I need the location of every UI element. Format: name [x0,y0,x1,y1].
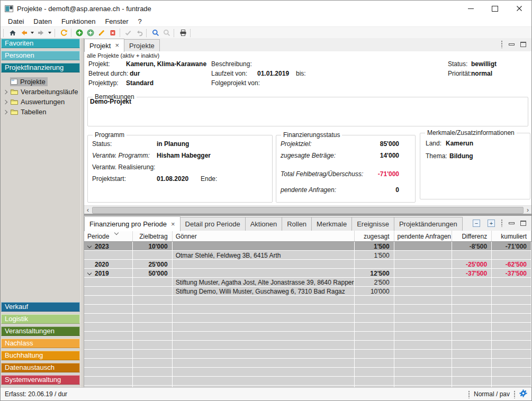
tree-item-verarbeitungsl-ufe[interactable]: Verarbeitungsläufe [1,87,80,97]
forward-icon[interactable] [35,28,47,38]
sidebar-section-logistik[interactable]: Logistik [1,314,80,324]
menu-item-datei[interactable]: Datei [3,17,29,26]
column-header-periode[interactable]: Periode [84,231,133,241]
panel-maximize-icon[interactable] [520,42,526,47]
tab-merkmale[interactable]: Merkmale [311,217,352,231]
finanzierungsstatus-fieldset: Finanzierungsstatus Projektziel: 85'000 … [276,135,416,203]
tab-rollen[interactable]: Rollen [282,217,312,231]
cell-differenz: -8'500 [452,242,492,251]
finanzierungsstatus-legend: Finanzierungsstatus [281,131,342,139]
verantw-realisierung-label: Verantw. Realisierung: [92,163,155,171]
delete-icon[interactable] [107,28,118,38]
scrollbar-thumb[interactable] [92,207,524,214]
sidebar-section-veranstaltungen[interactable]: Veranstaltungen [1,326,80,336]
edit-icon[interactable] [96,28,107,38]
verantw-programm-label: Verantw. Programm: [92,152,150,159]
tree-item-auswertungen[interactable]: Auswertungen [1,97,80,107]
table-row[interactable]: Otmar Stehlé, Feldweg 3B, 6415 Arth1'500 [84,251,531,260]
settings-gear-icon[interactable] [519,389,527,399]
cell-goenner [173,260,355,269]
cell-zielbetrag: 25'000 [133,260,173,269]
forward-history-caret-icon[interactable] [48,32,51,34]
tab-ereignisse[interactable]: Ereignisse [351,217,394,231]
confirm-icon[interactable] [122,28,133,38]
table-body: 202310'0001'500-8'500-71'000Otmar Stehlé… [84,242,531,387]
cell-goenner: Otmar Stehlé, Feldweg 3B, 6415 Arth [173,251,355,260]
panel-maximize-icon[interactable] [520,221,526,226]
zugesagte-betraege-label: zugesagte Beträge: [281,152,336,159]
tree-item-projekte[interactable]: Projekte [1,77,80,87]
projektziel-value: 85'000 [380,140,399,148]
sidebar-section-verkauf[interactable]: Verkauf [1,302,80,312]
sidebar-section-buchhaltung[interactable]: Buchhaltung [1,351,80,360]
menu-bar: DateiDatenFunktionenFenster? [1,16,531,26]
statusbar-mode-label: Normal / pav [474,390,510,398]
tab-detail-pro-periode[interactable]: Detail pro Periode [180,217,246,231]
cell-kumuliert: -62'500 [492,260,531,269]
sidebar-section-personen[interactable]: Personen [1,51,80,60]
cell-kumuliert: -71'000 [492,242,531,251]
panel-menu-icon[interactable] [501,40,503,48]
column-header-zugesagt[interactable]: zugesagt [355,231,394,241]
column-header-kumuliert[interactable]: kumuliert [492,231,531,241]
search-secondary-icon[interactable] [161,28,172,38]
collapse-all-icon[interactable]: − [473,220,480,227]
table-row[interactable]: 202310'0001'500-8'500-71'000 [84,242,531,251]
column-header-zielbetrag[interactable]: Zielbetrag [133,231,173,241]
tab-projekt-nderungen[interactable]: Projektänderungen [394,217,463,231]
main-area: Projekt×Projekte alle Projekte (aktiv + … [84,38,531,387]
menu-item-help[interactable]: ? [133,17,146,26]
sidebar-section-systemverwaltung[interactable]: Systemverwaltung [1,375,80,385]
table-row[interactable]: 202025'000-25'000-62'500 [84,260,531,269]
tab-finanzierung-pro-periode[interactable]: Finanzierung pro Periode× [84,216,181,231]
back-history-caret-icon[interactable] [31,32,34,34]
home-icon[interactable] [7,28,18,38]
table-row[interactable]: Stiftung Muster, Agatha Jost, Alte Jonas… [84,278,531,287]
search-icon[interactable] [150,28,161,38]
panel-minimize-icon[interactable] [509,43,515,45]
sidebar-splitter[interactable] [80,38,84,387]
print-icon[interactable] [177,28,188,38]
tree-item-tabellen[interactable]: Tabellen [1,107,80,117]
expand-all-icon[interactable]: + [488,220,495,227]
menu-item-funktionen[interactable]: Funktionen [57,17,100,26]
cell-differenz [452,278,492,287]
thema-label: Thema: [426,152,447,160]
panel-minimize-icon[interactable] [509,222,515,224]
tab-close-icon[interactable]: × [115,43,119,48]
menu-item-daten[interactable]: Daten [29,17,57,26]
table-row[interactable]: Stiftung Demo, Willi Muster, Guschaweg 6… [84,287,531,296]
column-header-pendente-anfragen[interactable]: pendente Anfragen [394,231,453,241]
horizontal-scrollbar[interactable]: ‹ › [84,205,531,214]
add-copy-icon[interactable] [85,28,96,38]
sidebar-section-projektfinanzierung[interactable]: Projektfinanzierung [1,63,80,72]
chevron-right-icon[interactable] [3,99,7,104]
back-icon[interactable] [18,28,29,38]
tree-item-label: Auswertungen [21,98,65,106]
tab-close-icon[interactable]: × [171,222,175,227]
column-header-differenz[interactable]: Differenz [452,231,492,241]
scroll-right-icon[interactable]: › [524,206,531,214]
chevron-right-icon[interactable] [3,110,7,114]
tab-aktionen[interactable]: Aktionen [245,217,283,231]
panel-menu-icon[interactable] [501,219,503,227]
programm-legend: Programm [93,131,127,139]
cell-periode: 2019 [84,269,133,278]
chevron-right-icon[interactable] [3,89,7,94]
sidebar-section-nachlass[interactable]: Nachlass [1,339,80,348]
tab-projekt[interactable]: Projekt× [84,39,124,52]
menu-item-fenster[interactable]: Fenster [100,17,133,26]
close-button[interactable] [507,1,531,16]
maximize-button[interactable] [483,1,507,16]
sidebar-section-favoriten[interactable]: Favoriten [1,39,80,48]
refresh-icon[interactable] [58,28,69,38]
scroll-left-icon[interactable]: ‹ [84,206,92,214]
title-bar: Projekte - demoft@asp.arenae.ch - funtra… [1,1,531,16]
column-header-g-nner[interactable]: Gönner [173,231,355,241]
sidebar-section-datenaustausch[interactable]: Datenaustausch [1,363,80,372]
undo-icon[interactable] [133,28,145,38]
tab-projekte[interactable]: Projekte [124,39,160,51]
minimize-button[interactable] [458,1,483,16]
table-row[interactable]: 201950'00012'500-37'500-37'500 [84,269,531,278]
add-icon[interactable] [74,28,85,38]
